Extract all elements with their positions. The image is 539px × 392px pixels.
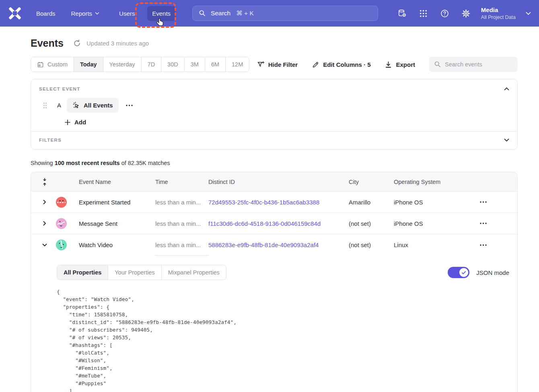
add-event-button[interactable]: Add [65, 119, 86, 126]
cell-event-name: Message Sent [79, 220, 155, 227]
col-header-distinct-id[interactable]: Distinct ID [208, 179, 349, 185]
project-scope: All Project Data [481, 14, 516, 21]
search-shortcut: ⌘ + K [236, 10, 254, 17]
col-header-os[interactable]: Operating System [394, 179, 480, 185]
event-pill-label: All Events [84, 102, 113, 109]
edit-columns-button[interactable]: Edit Columns · 5 [312, 61, 370, 68]
collapse-section-button[interactable] [504, 87, 509, 91]
cell-os: Linux [394, 241, 480, 248]
table-row[interactable]: Message Sent less than a min... f11c30d6… [31, 213, 517, 234]
controls-row: Custom Today Yesterday 7D 30D 3M 6M 12M … [31, 57, 518, 72]
cell-city: (not set) [349, 220, 394, 227]
event-selector-pill[interactable]: All Events [67, 98, 119, 113]
date-range-6m[interactable]: 6M [205, 57, 226, 72]
expand-row-chevron-right-icon[interactable] [43, 221, 46, 226]
project-chevron-down-icon[interactable] [526, 12, 531, 15]
expand-row-chevron-right-icon[interactable] [43, 200, 46, 204]
nav-item-events[interactable]: Events [147, 6, 175, 21]
ellipsis-icon [480, 223, 487, 224]
expand-filters-button[interactable] [504, 138, 509, 142]
tab-your-properties[interactable]: Your Properties [108, 265, 161, 280]
page-header: Events Updated 3 minutes ago [31, 37, 518, 49]
cell-distinct-id-link[interactable]: 5886283e-e9fb-48fb-81de-40e9093a2af4 [208, 241, 349, 248]
event-avatar [56, 218, 67, 229]
global-search-button[interactable]: Search ⌘ + K [192, 6, 378, 21]
data-management-icon[interactable] [397, 9, 407, 18]
event-avatar [56, 197, 67, 208]
nav-item-reports[interactable]: Reports [71, 10, 100, 17]
chevron-up-icon [504, 87, 509, 91]
event-query-row: A All Events [39, 98, 509, 113]
table-toolbar: Hide Filter Edit Columns · 5 Export [257, 57, 518, 72]
toggle-knob [459, 268, 468, 277]
search-events-input[interactable] [429, 57, 518, 72]
json-mode-toggle[interactable] [448, 267, 469, 278]
cell-distinct-id-link[interactable]: f11c30d6-dc6d-4518-9136-0d046159c84d [208, 220, 349, 227]
cell-event-name: Experiment Started [79, 199, 155, 206]
cell-city: Amarillo [349, 199, 394, 206]
calendar-icon [37, 61, 44, 68]
settings-gear-icon[interactable] [461, 9, 471, 18]
date-range-12m[interactable]: 12M [226, 57, 249, 72]
filters-label: FILTERS [39, 138, 62, 142]
event-row-more-button[interactable] [126, 105, 133, 106]
query-builder-card: SELECT EVENT A [31, 79, 518, 150]
date-range-custom[interactable]: Custom [31, 57, 74, 72]
tab-all-properties[interactable]: All Properties [57, 265, 108, 280]
drag-handle-icon[interactable] [43, 102, 47, 109]
nav-item-users[interactable]: Users [119, 10, 135, 17]
collapse-row-chevron-down-icon[interactable] [42, 243, 47, 247]
funnel-plus-icon [257, 61, 265, 68]
global-search-label: Search [211, 10, 230, 17]
main-content: Events Updated 3 minutes ago Custom Toda… [0, 37, 539, 392]
mixpanel-logo-icon[interactable] [8, 6, 23, 21]
select-event-label: SELECT EVENT [39, 87, 80, 91]
table-header-row: Event Name Time Distinct ID City Operati… [31, 172, 517, 192]
ellipsis-icon [480, 244, 487, 246]
select-event-section: SELECT EVENT A [31, 79, 517, 131]
cell-time: less than a min... [155, 234, 208, 256]
cell-city: (not set) [349, 241, 394, 248]
cell-os: iPhone OS [394, 220, 480, 227]
search-icon [199, 10, 206, 17]
properties-tabs: All Properties Your Properties Mixpanel … [57, 265, 226, 280]
date-range-yesterday[interactable]: Yesterday [103, 57, 142, 72]
row-more-button[interactable] [480, 223, 509, 224]
date-range-control: Custom Today Yesterday 7D 30D 3M 6M 12M [31, 57, 249, 72]
cell-time: less than a min... [155, 220, 208, 227]
cursor-sparkle-icon [72, 101, 80, 109]
row-more-button[interactable] [480, 244, 509, 246]
event-detail-panel: All Properties Your Properties Mixpanel … [31, 256, 517, 392]
collapse-all-icon[interactable] [42, 178, 47, 186]
date-range-30d[interactable]: 30D [161, 57, 185, 72]
event-row-letter: A [57, 102, 61, 109]
ellipsis-icon [480, 201, 487, 203]
event-avatar [56, 239, 67, 250]
cell-event-name: Watch Video [79, 241, 155, 248]
col-header-city[interactable]: City [349, 179, 394, 185]
col-header-time[interactable]: Time [155, 179, 208, 185]
apps-grid-icon[interactable] [419, 9, 428, 18]
hide-filter-button[interactable]: Hide Filter [257, 61, 298, 68]
date-range-7d[interactable]: 7D [142, 57, 162, 72]
top-navbar: Boards Reports Users Events Search ⌘ + K [0, 0, 539, 27]
export-button[interactable]: Export [385, 61, 415, 68]
nav-item-boards[interactable]: Boards [36, 10, 56, 17]
date-range-today[interactable]: Today [74, 57, 103, 72]
json-mode-label: JSON mode [476, 269, 509, 276]
cell-distinct-id-link[interactable]: 72d49553-25fc-4f0c-b436-1b5ac6ab3388 [208, 199, 349, 206]
events-search [429, 57, 518, 72]
updated-timestamp: Updated 3 minutes ago [86, 40, 149, 47]
pencil-icon [312, 61, 319, 68]
refresh-icon[interactable] [73, 39, 81, 47]
row-more-button[interactable] [480, 201, 509, 203]
filters-section[interactable]: FILTERS [31, 132, 517, 149]
tab-mixpanel-properties[interactable]: Mixpanel Properties [162, 265, 226, 280]
date-range-3m[interactable]: 3M [185, 57, 205, 72]
cell-os: iPhone OS [394, 199, 480, 206]
help-icon[interactable] [440, 9, 449, 18]
project-selector[interactable]: Media All Project Data [481, 6, 516, 21]
col-header-event-name[interactable]: Event Name [79, 179, 155, 185]
table-row-expanded[interactable]: Watch Video less than a min... 5886283e-… [31, 234, 517, 256]
table-row[interactable]: Experiment Started less than a min... 72… [31, 192, 517, 213]
